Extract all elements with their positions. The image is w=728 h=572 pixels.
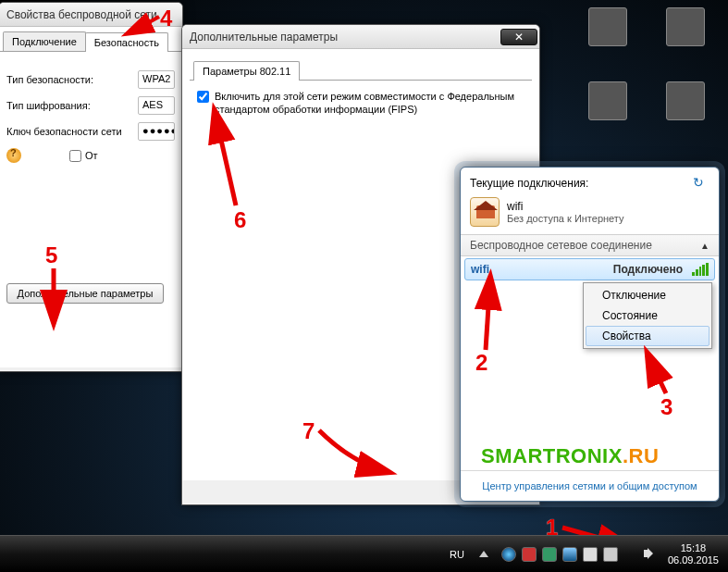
encryption-select[interactable]: AES — [138, 96, 175, 115]
watermark: SMARTRONIX.RU — [481, 444, 659, 468]
tray-icon[interactable] — [501, 547, 516, 562]
refresh-icon[interactable]: ↻ — [693, 175, 709, 192]
network-tray-icon[interactable] — [623, 547, 638, 562]
network-item[interactable]: wifi Подключено — [464, 258, 715, 280]
volume-tray-icon[interactable] — [644, 547, 659, 562]
desktop-icons — [569, 0, 728, 152]
security-type-select[interactable]: WPA2 — [138, 70, 175, 89]
tab-80211[interactable]: Параметры 802.11 — [193, 61, 300, 81]
date: 06.09.2015 — [668, 554, 719, 566]
home-network-icon — [470, 197, 500, 227]
advanced-params-button[interactable]: Дополнительные параметры — [6, 283, 164, 304]
desktop-icon[interactable] — [650, 78, 721, 148]
desktop-icon[interactable] — [650, 4, 721, 74]
desktop-icon[interactable] — [573, 4, 643, 74]
encryption-label: Тип шифрования: — [6, 100, 138, 111]
tab-strip: Подключение Безопасность — [0, 27, 182, 51]
tab-connection[interactable]: Подключение — [3, 31, 86, 51]
clock[interactable]: 15:18 06.09.2015 — [668, 542, 719, 566]
connection-name: wifi — [507, 200, 624, 213]
tray-icon[interactable] — [583, 547, 598, 562]
titlebar[interactable]: Свойства беспроводной сети — [0, 3, 182, 27]
tray-icon[interactable] — [542, 547, 557, 562]
titlebar[interactable]: Дополнительные параметры ✕ — [182, 25, 539, 49]
network-status: Подключено — [613, 263, 683, 276]
show-chars-checkbox[interactable] — [69, 150, 81, 162]
window-title: Дополнительные параметры — [190, 31, 500, 44]
callout-3: 3 — [660, 394, 672, 420]
time: 15:18 — [668, 542, 719, 554]
menu-disconnect[interactable]: Отключение — [586, 285, 709, 305]
context-menu: Отключение Состояние Свойства — [583, 282, 712, 349]
network-name: wifi — [471, 263, 608, 276]
window-body: Тип безопасности: WPA2 Тип шифрования: A… — [0, 51, 182, 367]
security-type-label: Тип безопасности: — [6, 74, 138, 85]
current-connection: wifi Без доступа к Интернету — [461, 193, 719, 234]
tray-icon[interactable] — [562, 547, 577, 562]
callout-6: 6 — [234, 207, 246, 233]
window-title: Свойства беспроводной сети — [6, 8, 180, 21]
system-tray: RU 15:18 06.09.2015 — [450, 542, 728, 566]
tray-overflow-icon[interactable] — [479, 551, 488, 557]
language-indicator[interactable]: RU — [450, 549, 464, 560]
network-key-input[interactable]: ●●●●● — [138, 122, 175, 141]
tray-icon[interactable] — [603, 547, 618, 562]
fips-checkbox[interactable] — [197, 91, 209, 103]
tray-icon[interactable] — [522, 547, 537, 562]
tab-security[interactable]: Безопасность — [85, 32, 168, 52]
callout-7: 7 — [302, 418, 315, 444]
show-chars-label: От — [85, 150, 98, 161]
connection-status: Без доступа к Интернету — [507, 213, 624, 224]
close-button[interactable]: ✕ — [500, 29, 537, 45]
callout-2: 2 — [475, 350, 487, 376]
fips-label: Включить для этой сети режим совместимос… — [215, 90, 524, 116]
callout-5: 5 — [45, 242, 57, 268]
network-center-link[interactable]: Центр управления сетями и общим доступом — [461, 470, 719, 501]
current-connections-label: Текущие подключения: — [470, 177, 588, 190]
network-list: wifi Подключено Отключение Состояние Сво… — [461, 256, 719, 470]
key-label: Ключ безопасности сети — [6, 126, 138, 137]
menu-status[interactable]: Состояние — [586, 305, 709, 326]
taskbar: RU 15:18 06.09.2015 — [0, 535, 728, 572]
chevron-up-icon: ▲ — [700, 241, 709, 251]
callout-4: 4 — [160, 6, 172, 31]
menu-properties[interactable]: Свойства — [586, 326, 709, 346]
desktop-icon[interactable] — [573, 78, 643, 148]
shield-icon — [6, 148, 21, 163]
wifi-properties-window: Свойства беспроводной сети Подключение Б… — [0, 2, 183, 372]
wireless-section-header[interactable]: Беспроводное сетевое соединение ▲ — [461, 234, 719, 256]
signal-icon — [692, 263, 709, 276]
